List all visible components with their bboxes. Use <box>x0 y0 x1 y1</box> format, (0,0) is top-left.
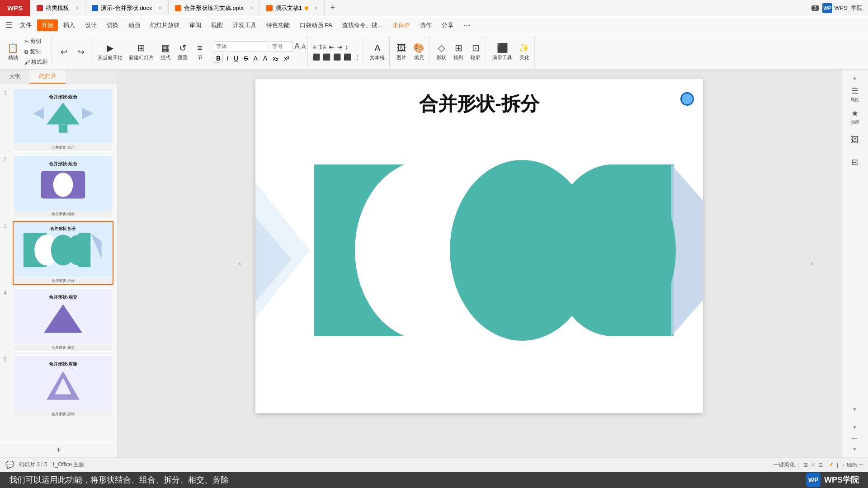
scroll-right-arrow[interactable]: › <box>811 259 813 267</box>
menu-icon[interactable]: ☰ <box>4 20 14 30</box>
sort-button[interactable]: ⊞ 排列 <box>450 39 467 65</box>
undo-button[interactable]: ↩ <box>56 39 72 65</box>
subscript-button[interactable]: x₂ <box>271 54 280 62</box>
align-left[interactable]: ⬛ <box>311 52 321 61</box>
comment-icon[interactable]: 💬 <box>5 460 14 469</box>
redo-button[interactable]: ↪ <box>73 39 89 65</box>
menu-dev[interactable]: 开发工具 <box>228 19 261 31</box>
magic-button[interactable]: ✨ 美化 <box>516 39 533 65</box>
scroll-left-arrow[interactable]: ‹ <box>239 259 241 267</box>
menu-more[interactable]: ⋯ <box>459 19 475 31</box>
indent-decrease[interactable]: ⇤ <box>328 42 335 52</box>
cut-button[interactable]: ✂ 剪切 <box>22 37 50 46</box>
menu-animations[interactable]: 动画 <box>124 19 145 31</box>
tab-ppt2[interactable]: 演示文稿1 × <box>260 0 325 16</box>
text-shadow-button[interactable]: A <box>261 54 269 62</box>
canvas-area[interactable]: ‹ 合并形状-拆分 <box>118 70 841 457</box>
start-slideshow-button[interactable]: ▶ 从当前开始 <box>95 39 125 65</box>
present-button[interactable]: ⬛ 演示工具 <box>490 39 515 65</box>
arrange-button[interactable]: ⊟ <box>844 152 865 173</box>
outline-view-button[interactable]: ≡ <box>811 462 815 468</box>
picture-panel-button[interactable]: 🖼 <box>844 129 865 150</box>
wps-tab[interactable]: WPS <box>0 0 30 16</box>
menu-review[interactable]: 审阅 <box>185 19 206 31</box>
paste-button[interactable]: 📋 粘贴 <box>5 39 21 65</box>
bold-button[interactable]: B <box>214 54 223 63</box>
beautify-button[interactable]: 一键美化 <box>773 461 795 469</box>
menu-features[interactable]: 特色功能 <box>262 19 294 31</box>
menu-slideshow[interactable]: 幻灯片放映 <box>146 19 184 31</box>
strikethrough-button[interactable]: S <box>242 54 250 62</box>
wps-account[interactable]: WP WPS_学院 <box>822 3 863 13</box>
bullet-button[interactable]: ≡ <box>311 42 317 52</box>
menu-search[interactable]: 查找命令、搜... <box>338 19 387 31</box>
outline-button[interactable]: ⊡ 轮廓 <box>467 39 484 65</box>
format-brush-button[interactable]: 🖌 格式刷 <box>22 57 50 67</box>
menu-transitions[interactable]: 切换 <box>102 19 123 31</box>
font-family-input[interactable] <box>214 41 268 52</box>
new-slide-button[interactable]: ⊞ 新建幻灯片 <box>126 39 156 65</box>
superscript-button[interactable]: x² <box>282 54 291 62</box>
zoom-controls[interactable]: − 68% + <box>842 462 863 468</box>
font-size-input[interactable] <box>270 41 292 52</box>
menu-insert[interactable]: 插入 <box>59 19 80 31</box>
tab-template[interactable]: 稿类模板 × <box>30 0 85 16</box>
slide-item-2[interactable]: 2 合并形状-组合 合并形状-组合 <box>4 155 113 219</box>
section-button[interactable]: ≡ 节 <box>192 39 208 65</box>
animation-panel-button[interactable]: ★ 动画 <box>844 107 865 127</box>
menu-collab[interactable]: 协作 <box>415 19 436 31</box>
right-scroll-up[interactable]: ▲ <box>841 73 868 82</box>
column-layout[interactable]: ⋮ <box>353 52 361 61</box>
notes-button[interactable]: 📝 <box>826 462 833 468</box>
tab-doc1[interactable]: 演示-合并形状.docx × <box>85 0 168 16</box>
numbered-button[interactable]: 1≡ <box>318 42 327 52</box>
normal-view-button[interactable]: ⊞ <box>803 462 808 468</box>
shape-button[interactable]: ◇ 形状 <box>433 39 449 65</box>
right-scroll-down3[interactable]: — <box>841 434 868 443</box>
tab-ppt1[interactable]: 合并形状练习文稿.pptx × <box>169 0 260 16</box>
menu-start[interactable]: 开始 <box>37 19 58 31</box>
slide-thumb-1[interactable]: 合并形状-组合 合并形状-组合 <box>13 88 113 152</box>
fill-button[interactable]: 🎨 填充 <box>410 39 427 65</box>
tab-ppt2-close[interactable]: × <box>315 5 318 11</box>
align-justify[interactable]: ⬛ <box>343 52 352 61</box>
tab-ppt1-close[interactable]: × <box>250 5 253 11</box>
font-color-button[interactable]: A <box>251 54 259 62</box>
tab-doc1-close[interactable]: × <box>159 5 162 11</box>
slide-item-3[interactable]: 3 合并形状-拆分 <box>4 221 113 285</box>
italic-button[interactable]: I <box>225 54 230 62</box>
align-right[interactable]: ⬛ <box>332 52 342 61</box>
layout-button[interactable]: ▦ 版式 <box>157 39 174 65</box>
menu-design[interactable]: 设计 <box>80 19 101 31</box>
align-center[interactable]: ⬛ <box>322 52 331 61</box>
caption-logo[interactable]: WP WPS学院 <box>806 473 859 487</box>
increase-font-icon[interactable]: A <box>294 42 300 51</box>
indent-increase[interactable]: ⇥ <box>336 42 344 52</box>
reset-button[interactable]: ↺ 重置 <box>175 39 191 65</box>
slide-sorter-button[interactable]: ⊟ <box>818 462 823 468</box>
line-spacing[interactable]: ↕ <box>344 42 349 52</box>
menu-unsaved[interactable]: 未保存 <box>388 19 415 31</box>
properties-button[interactable]: ☰ 属性 <box>844 84 865 105</box>
picture-button[interactable]: 🖼 图片 <box>393 39 410 65</box>
right-scroll-down2[interactable]: ▼ <box>841 423 868 432</box>
add-slide-button[interactable]: + <box>0 443 117 457</box>
outline-tab[interactable]: 大纲 <box>0 70 30 84</box>
slides-tab[interactable]: 幻灯片 <box>30 70 66 84</box>
menu-file[interactable]: 文件 <box>15 19 36 31</box>
menu-pocket[interactable]: 口袋动画 PA <box>295 19 337 31</box>
slide-item-1[interactable]: 1 合并形状-组合 <box>4 88 113 152</box>
slide-thumb-2[interactable]: 合并形状-组合 合并形状-组合 <box>13 155 113 219</box>
right-scroll-down4[interactable]: ▼ <box>841 445 868 454</box>
slide-thumb-5[interactable]: 合并形状-剪除 合并形状-剪除 <box>13 355 113 419</box>
slide-item-5[interactable]: 5 合并形状-剪除 合并形状-剪除 <box>4 355 113 419</box>
decrease-font-icon[interactable]: A <box>302 43 306 50</box>
textbox-button[interactable]: A 文本框 <box>367 39 387 65</box>
new-tab-button[interactable]: + <box>325 0 341 16</box>
slide-item-4[interactable]: 4 合并形状-相交 合并形状-相交 <box>4 288 113 352</box>
zoom-in-icon[interactable]: + <box>859 462 863 468</box>
slide-thumb-4[interactable]: 合并形状-相交 合并形状-相交 <box>13 288 113 352</box>
right-scroll-down[interactable]: ▼ <box>841 405 868 414</box>
zoom-out-icon[interactable]: − <box>842 462 845 468</box>
menu-share[interactable]: 分享 <box>437 19 458 31</box>
